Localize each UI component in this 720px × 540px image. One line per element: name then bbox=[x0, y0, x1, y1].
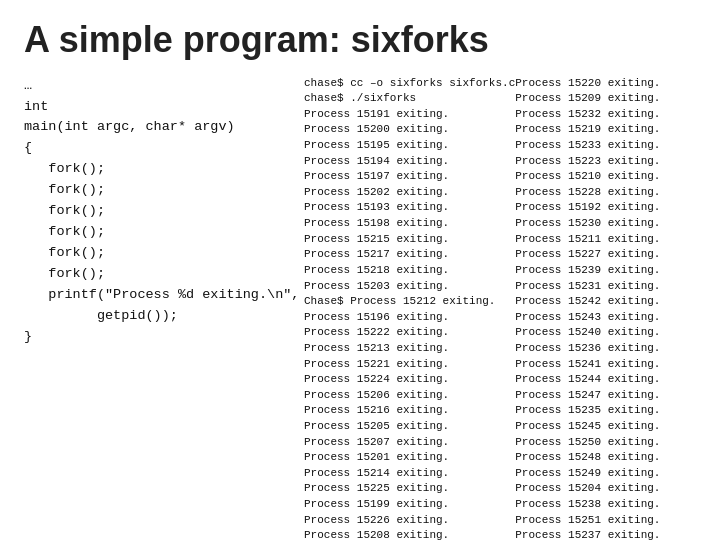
page-title: A simple program: sixforks bbox=[24, 20, 696, 60]
terminal-output-col1: chase$ cc –o sixforks sixforks.c chase$ … bbox=[304, 76, 515, 540]
page-container: A simple program: sixforks … int main(in… bbox=[0, 0, 720, 540]
content-row: … int main(int argc, char* argv) { fork(… bbox=[24, 76, 696, 540]
code-block: … int main(int argc, char* argv) { fork(… bbox=[24, 76, 304, 540]
terminal-output-col2: Process 15220 exiting. Process 15209 exi… bbox=[515, 76, 720, 540]
